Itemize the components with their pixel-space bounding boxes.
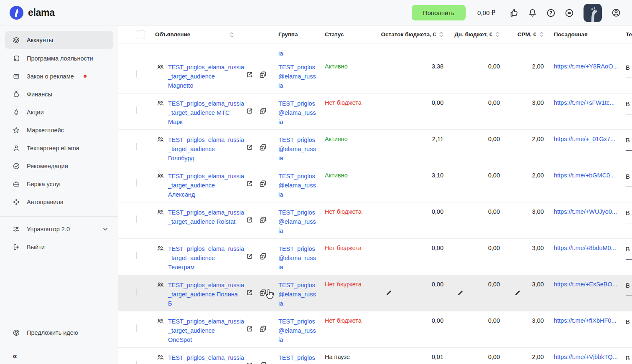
ad-name-link[interactable]: TEST_priglos_elama_russia_target_audienc… [168,172,239,199]
edit-budget-icon[interactable] [385,289,392,296]
table-row[interactable]: TEST_priglos_elama_russia_target_audienc… [118,348,632,364]
group-link[interactable]: TEST_priglos@elama_russia [276,275,322,311]
ad-name-link[interactable]: TEST_priglos_elama_russia_target_audienc… [168,135,239,163]
row-checkbox[interactable] [136,215,137,223]
external-link-icon[interactable] [246,144,253,151]
table-row[interactable]: TEST_priglos_elama_russia_target_audienc… [118,202,632,239]
sidebar-item-services[interactable]: Биржа услуг [5,175,113,193]
external-link-icon[interactable] [246,253,253,260]
copy-icon[interactable] [259,71,267,78]
column-header-te[interactable]: Те [617,26,632,43]
table-row[interactable]: TEST_priglos_elama_russia_target_audienc… [118,166,632,202]
row-checkbox[interactable] [136,143,137,150]
external-link-icon[interactable] [246,361,253,364]
sidebar-item-techpartner[interactable]: Техпартнер eLama [5,139,113,157]
landing-link[interactable]: https://t.me/+bGMC0... [545,166,617,202]
group-link[interactable]: TEST_priglos@elama_russia [276,311,322,347]
collapse-sidebar-button[interactable]: « [0,341,118,364]
edit-cpm-icon[interactable] [514,289,521,296]
copy-icon[interactable] [259,216,267,224]
column-header-landing[interactable]: Посадочная [545,26,617,43]
external-link-icon[interactable] [246,71,253,78]
ad-name-link[interactable]: TEST_priglos_elama_russia_target_audienc… [168,99,239,126]
external-link-icon[interactable] [246,216,253,224]
topup-button[interactable]: Пополнить [412,5,466,20]
landing-link[interactable]: https://t.me/+VjbbkTQ... [545,348,617,364]
external-link-icon[interactable] [246,180,253,187]
select-all-checkbox[interactable] [136,30,145,39]
sidebar-item-ad-law[interactable]: Закон о рекламе [5,67,113,85]
group-link[interactable]: TEST_priglos@elama_russia [276,239,322,275]
ad-name-link[interactable]: TEST_priglos_elama_russia_target_audienc… [168,281,239,308]
ad-name-link[interactable]: TEST_priglos_elama_russia_target_audienc… [168,317,239,344]
group-link[interactable]: TEST_priglos@elama_russia [276,166,322,202]
copy-icon[interactable] [259,253,267,260]
table-row[interactable]: TEST_priglos_elama_russia_target_audienc… [118,94,632,130]
sidebar-item-autorules[interactable]: Автоправила [5,193,113,211]
copy-icon[interactable] [259,361,267,364]
row-checkbox[interactable] [136,252,137,259]
ad-name-link[interactable]: TEST_priglos_elama_russia_target_audienc… [168,353,239,364]
copy-icon[interactable] [259,325,267,333]
group-link[interactable]: TEST_priglos@elama_russia [276,94,322,129]
landing-link[interactable]: https://t.me/+sFW1tc... [545,94,617,129]
landing-link[interactable]: https://t.me/+Y8RAoO... [545,57,617,93]
column-header-status[interactable]: Статус [322,26,380,43]
table-row[interactable]: TEST_priglos_elama_russia_target_audienc… [118,239,632,275]
sidebar-item-manager[interactable]: Управлятор 2.0 [5,220,113,238]
external-link-icon[interactable] [246,107,253,115]
thumbs-up-icon[interactable] [509,8,519,18]
account-icon[interactable] [611,8,621,18]
landing-link[interactable]: https://t.me/+fIXbHF0... [545,311,617,347]
row-checkbox[interactable] [136,106,137,114]
sidebar-item-accounts[interactable]: Аккаунты [5,31,113,49]
row-checkbox[interactable] [136,70,137,78]
column-header-group[interactable]: Группа [276,26,322,43]
sort-icon[interactable] [439,31,443,38]
copy-icon[interactable] [259,180,267,187]
sidebar-item-finances[interactable]: Финансы [5,85,113,103]
table-row[interactable]: TEST_priglos_elama_russia_target_audienc… [118,311,632,348]
sidebar-item-logout[interactable]: Выйти [5,238,113,256]
landing-link[interactable]: https://t.me/+EsSeBO... [545,275,617,311]
balance-amount[interactable]: 0,00 ₽ [477,9,495,17]
landing-link[interactable] [545,43,617,58]
group-link[interactable]: TEST_priglos@elama_russia [276,202,322,238]
ad-name-link[interactable]: TEST_priglos_elama_russia_target_audienc… [168,63,239,90]
row-checkbox[interactable] [136,179,137,187]
row-checkbox[interactable] [136,324,137,332]
external-link-icon[interactable] [246,325,253,333]
sort-icon[interactable] [229,32,234,38]
group-link[interactable]: TEST_priglos@elama_russia [276,130,322,166]
edit-daily-budget-icon[interactable] [457,289,464,296]
column-header-ad[interactable]: Объявление [155,31,190,38]
table-row[interactable]: TEST_priglos_elama_russia_target_audienc… [118,57,632,94]
ad-name-link[interactable]: TEST_priglos_elama_russia_target_audienc… [168,208,239,226]
table-row[interactable]: TEST_priglos_elama_russia_target_audienc… [118,130,632,166]
row-checkbox[interactable] [136,288,137,296]
landing-link[interactable]: https://t.me/+_01Gx7... [545,130,617,166]
group-link[interactable]: TEST_priglos@elama_russ [276,348,322,364]
sort-icon[interactable] [539,31,544,38]
help-icon[interactable] [546,8,556,18]
group-link[interactable]: TEST_priglos@elama_russia [276,57,322,93]
table-row[interactable]: TEST_priglos_elama_russia_target_audienc… [118,275,632,311]
copy-icon[interactable] [259,144,267,151]
ad-name-link[interactable]: TEST_priglos_elama_russia_target_audienc… [168,244,239,272]
chat-icon[interactable] [564,8,574,18]
group-link[interactable]: ia [276,43,322,58]
column-header-budget-left[interactable]: Остаток бюджета, € [381,31,436,38]
llama-avatar[interactable] [584,4,602,22]
sidebar-item-promos[interactable]: Акции [5,103,113,121]
sidebar-item-loyalty[interactable]: Программа лояльности [5,49,113,67]
sidebar-item-marketplace[interactable]: Маркетплейс [5,121,113,139]
notifications-bell-icon[interactable] [528,8,538,18]
landing-link[interactable]: https://t.me/+WUJyo0... [545,202,617,238]
row-checkbox[interactable] [136,361,137,364]
column-header-daily-budget[interactable]: Дн. бюджет, € [454,31,492,38]
external-link-icon[interactable] [246,289,253,296]
copy-icon[interactable] [259,289,267,296]
app-logo[interactable]: elama [9,5,55,20]
landing-link[interactable]: https://t.me/+8bduM0... [545,239,617,275]
table-row[interactable]: ia [118,43,632,57]
